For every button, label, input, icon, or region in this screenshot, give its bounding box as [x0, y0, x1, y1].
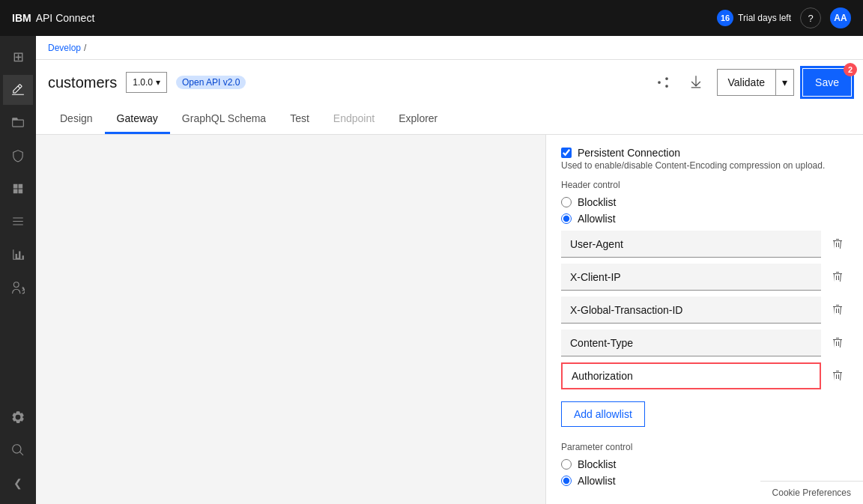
sidebar-item-security[interactable] [3, 141, 33, 171]
persistent-connection-label[interactable]: Persistent Connection [578, 147, 680, 159]
delete-btn-4[interactable] [827, 365, 848, 386]
tabs-bar: Design Gateway GraphQL Schema Test Endpo… [48, 105, 851, 134]
validate-button-group: Validate ▾ [717, 69, 795, 96]
left-pane [36, 135, 545, 504]
tab-test[interactable]: Test [278, 105, 321, 134]
field-input-authorization[interactable] [561, 362, 821, 389]
header-actions: Validate ▾ Save 2 [651, 69, 851, 96]
field-row-0 [561, 231, 848, 258]
sidebar-expand-icon[interactable]: ❮ [3, 468, 33, 498]
page-title: customers [48, 74, 117, 91]
icon-btn-share[interactable] [651, 70, 675, 94]
svg-point-1 [665, 77, 668, 80]
brand: IBM API Connect [12, 12, 94, 24]
page-header: customers 1.0.0 ▾ Open API v2.0 Validate [36, 60, 863, 135]
validate-dropdown-caret[interactable]: ▾ [775, 70, 793, 95]
delete-btn-0[interactable] [827, 234, 848, 255]
svg-point-2 [665, 85, 668, 88]
api-badge: Open API v2.0 [176, 76, 246, 89]
sidebar: ⊞ ❮ [0, 36, 36, 504]
sidebar-item-apps[interactable] [3, 174, 33, 204]
param-blocklist-radio[interactable] [561, 459, 572, 470]
blocklist-radio-label[interactable]: Blocklist [578, 196, 616, 208]
allowlist-radio-label[interactable]: Allowlist [578, 213, 616, 225]
sidebar-item-settings[interactable] [3, 402, 33, 432]
blocklist-radio[interactable] [561, 197, 572, 207]
add-allowlist-button[interactable]: Add allowlist [561, 401, 645, 427]
allowlist-radio-row: Allowlist [561, 213, 848, 225]
field-row-4 [561, 362, 848, 389]
save-button-wrapper: Save 2 [803, 69, 851, 96]
sidebar-item-analytics[interactable] [3, 240, 33, 270]
field-row-2 [561, 297, 848, 324]
persistent-connection-checkbox[interactable] [561, 148, 572, 158]
help-icon[interactable]: ? [800, 7, 821, 28]
sidebar-item-dashboard[interactable]: ⊞ [3, 42, 33, 72]
delete-btn-2[interactable] [827, 300, 848, 321]
persistent-connection-row: Persistent Connection [561, 147, 848, 159]
trial-badge: 16 Trial days left [717, 10, 791, 26]
breadcrumb-develop[interactable]: Develop [48, 43, 81, 53]
param-allowlist-radio[interactable] [561, 476, 572, 486]
allowlist-radio[interactable] [561, 213, 572, 224]
sidebar-item-list[interactable] [3, 207, 33, 237]
field-input-2[interactable] [561, 297, 821, 324]
field-row-3 [561, 330, 848, 356]
field-input-1[interactable] [561, 264, 821, 291]
header-control-label: Header control [561, 180, 848, 190]
persistent-connection-helper: Used to enable/disable Content-Encoding … [561, 160, 848, 171]
delete-btn-1[interactable] [827, 267, 848, 288]
param-blocklist-radio-label[interactable]: Blocklist [578, 458, 616, 470]
field-input-3[interactable] [561, 330, 821, 356]
breadcrumb-separator: / [84, 43, 86, 53]
tab-gateway[interactable]: Gateway [105, 105, 170, 134]
header-control-radio-group: Blocklist Allowlist [561, 196, 848, 225]
cookie-preferences-link[interactable]: Cookie Preferences [760, 481, 863, 504]
brand-product: API Connect [36, 12, 95, 24]
trial-days: 16 [717, 10, 733, 26]
blocklist-radio-row: Blocklist [561, 196, 848, 208]
tab-endpoint: Endpoint [321, 105, 387, 134]
content-area: Persistent Connection Used to enable/dis… [36, 135, 863, 504]
tab-graphql[interactable]: GraphQL Schema [170, 105, 278, 134]
avatar[interactable]: AA [830, 7, 851, 28]
brand-ibm: IBM [12, 12, 31, 24]
delete-btn-3[interactable] [827, 333, 848, 353]
sidebar-item-search[interactable] [3, 435, 33, 465]
param-blocklist-radio-row: Blocklist [561, 458, 848, 470]
right-pane[interactable]: Persistent Connection Used to enable/dis… [545, 135, 863, 504]
trial-label: Trial days left [738, 13, 791, 23]
top-bar: IBM API Connect 16 Trial days left ? AA [0, 0, 863, 36]
tab-explorer[interactable]: Explorer [387, 105, 449, 134]
version-label: 1.0.0 [133, 77, 153, 88]
validate-button[interactable]: Validate [718, 70, 776, 95]
param-allowlist-radio-label[interactable]: Allowlist [578, 475, 616, 487]
main-content: Develop / customers 1.0.0 ▾ Open API v2.… [36, 36, 863, 504]
breadcrumb: Develop / [36, 36, 863, 60]
icon-btn-download[interactable] [684, 70, 708, 94]
version-select[interactable]: 1.0.0 ▾ [126, 72, 167, 93]
tab-design[interactable]: Design [48, 105, 105, 134]
field-input-0[interactable] [561, 231, 821, 258]
sidebar-item-catalog[interactable] [3, 108, 33, 138]
field-row-1 [561, 264, 848, 291]
parameter-control-label: Parameter control [561, 442, 848, 452]
unsaved-changes-badge: 2 [844, 63, 857, 76]
sidebar-item-edit[interactable] [3, 75, 33, 105]
svg-point-0 [658, 81, 661, 84]
sidebar-item-users[interactable] [3, 273, 33, 303]
version-caret: ▾ [156, 77, 160, 88]
